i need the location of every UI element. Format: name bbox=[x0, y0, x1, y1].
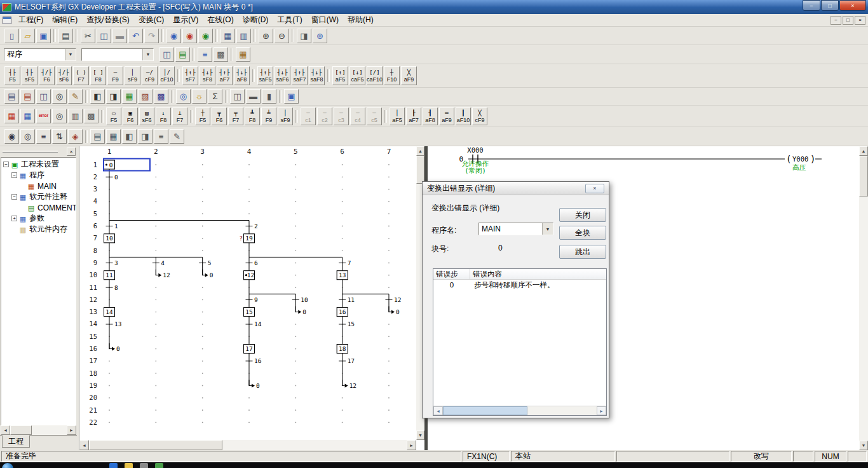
symbol-button-F6[interactable]: ┳F6 bbox=[212, 107, 227, 125]
symbol-button-saF6[interactable]: ┤↓├saF6 bbox=[275, 66, 290, 85]
symbol-button-aF10[interactable]: ┃aF10 bbox=[456, 107, 471, 125]
print-button[interactable]: ▤ bbox=[58, 29, 73, 43]
symbol-button-sF6[interactable]: ┤/├sF6 bbox=[56, 66, 72, 85]
monitor-stop-button[interactable]: ◨ bbox=[106, 89, 121, 104]
save-button[interactable]: ▣ bbox=[36, 29, 51, 43]
ladder-vertical-scrollbar[interactable]: ▲ ▼ bbox=[859, 146, 868, 450]
symbol-button-aF8[interactable]: ┨aF8 bbox=[423, 107, 438, 125]
paste-button[interactable]: ▬ bbox=[112, 29, 127, 43]
symbol-button-F9[interactable]: ─F9 bbox=[107, 66, 123, 85]
program-name-select[interactable]: MAIN ▼ bbox=[478, 223, 553, 235]
symbol-button-cF9[interactable]: ─/cF9 bbox=[142, 66, 158, 85]
all-blocks-button[interactable]: 全块 bbox=[559, 226, 606, 240]
find-contact-coil-button[interactable]: ◈ bbox=[68, 129, 83, 144]
device-test-button[interactable]: ▦ bbox=[122, 89, 137, 104]
minimize-button[interactable]: − bbox=[803, 0, 820, 11]
error-list-hscrollbar[interactable]: ◄ ► bbox=[433, 406, 606, 415]
symbol-button-cF9[interactable]: ╳cF9 bbox=[472, 107, 487, 125]
scroll-up-icon[interactable]: ▲ bbox=[859, 146, 868, 156]
trace-button[interactable]: ▨ bbox=[138, 89, 153, 104]
error-row[interactable]: 0 步号和转移顺序不一样。 bbox=[433, 280, 606, 290]
open-button[interactable]: ▱ bbox=[20, 29, 35, 43]
close-panel-icon[interactable]: × bbox=[67, 148, 76, 156]
project-tree-hscrollbar[interactable]: ◄ ► bbox=[1, 425, 76, 435]
symbol-button-F6[interactable]: ▣F6 bbox=[123, 107, 138, 125]
symbol-button-aF7[interactable]: ┠aF7 bbox=[406, 107, 421, 125]
mdi-minimize-button[interactable]: − bbox=[831, 16, 841, 25]
symbol-button-sF8[interactable]: ┤↓├sF8 bbox=[200, 66, 215, 85]
device-usage-list-button[interactable]: ▦ bbox=[106, 129, 121, 144]
symbol-button-aF7[interactable]: ┤↑├aF7 bbox=[217, 66, 233, 85]
replace-button[interactable]: ⇅ bbox=[52, 129, 67, 144]
tree-item-parameter-folder[interactable]: +▦参数 bbox=[1, 213, 76, 224]
symbol-button-F5[interactable]: ┼F5 bbox=[195, 107, 210, 125]
symbol-button-aF5[interactable]: [↑]aF5 bbox=[332, 66, 348, 85]
brightness-button[interactable]: ☼ bbox=[192, 89, 207, 104]
scroll-right-icon[interactable]: ► bbox=[597, 406, 606, 415]
mdi-restore-button[interactable]: □ bbox=[843, 16, 853, 25]
symbol-button-saF7[interactable]: ┤↑├saF7 bbox=[292, 66, 308, 85]
tree-item-comment-file[interactable]: ▤COMMENT bbox=[1, 202, 76, 213]
menu-item-9[interactable]: 帮助(H) bbox=[343, 13, 378, 27]
symbol-button-sF6[interactable]: ▤sF6 bbox=[139, 107, 154, 125]
find-button[interactable]: ◉ bbox=[4, 129, 19, 144]
comment-display-button[interactable]: ≡ bbox=[198, 47, 212, 62]
window-right-button[interactable]: ◨ bbox=[138, 129, 153, 144]
split-vertical-button[interactable]: ▮ bbox=[262, 89, 276, 104]
expand-icon[interactable]: + bbox=[11, 216, 17, 221]
tree-item-program-main[interactable]: ▦MAIN bbox=[1, 181, 76, 191]
mdi-close-button[interactable]: × bbox=[855, 16, 865, 25]
undo-button[interactable]: ↶ bbox=[128, 29, 143, 43]
copy-button[interactable]: ◫ bbox=[97, 29, 111, 43]
symbol-button-F5[interactable]: ▭F5 bbox=[106, 107, 121, 125]
title-bar[interactable]: MELSOFT系列 GX Developer 工程未设置 - [SFC(写入) … bbox=[0, 0, 868, 14]
symbol-button-F7[interactable]: ( )F7 bbox=[73, 66, 89, 85]
symbol-button-c5[interactable]: ─c5 bbox=[367, 107, 382, 125]
menu-item-0[interactable]: 工程(F) bbox=[14, 13, 48, 27]
scroll-down-icon[interactable]: ▼ bbox=[416, 430, 424, 440]
sampling-button[interactable]: ▩ bbox=[154, 89, 168, 104]
mdi-child-icon[interactable] bbox=[3, 17, 11, 24]
taskbar-explorer-icon[interactable] bbox=[125, 463, 133, 468]
symbol-button-aF9[interactable]: ━aF9 bbox=[439, 107, 454, 125]
symbol-button-c2[interactable]: ─c2 bbox=[317, 107, 332, 125]
data-name-select[interactable]: ▼ bbox=[81, 48, 154, 61]
chevron-down-icon[interactable]: ▼ bbox=[65, 49, 76, 60]
sort-button[interactable]: ▩ bbox=[84, 109, 98, 123]
redo-button[interactable]: ↷ bbox=[144, 29, 159, 43]
symbol-button-sF9[interactable]: │sF9 bbox=[278, 107, 293, 125]
menu-item-8[interactable]: 窗口(W) bbox=[307, 13, 343, 27]
cross-reference-button[interactable]: ▤ bbox=[90, 129, 105, 144]
sfc-horizontal-scrollbar[interactable]: ◄ ► bbox=[79, 440, 416, 450]
new-button[interactable]: ▯ bbox=[4, 29, 19, 43]
symbol-button-F6[interactable]: ┤/├F6 bbox=[39, 66, 55, 85]
error-list[interactable]: 错误步 错误内容 0 步号和转移顺序不一样。 ◄ ► bbox=[433, 268, 607, 416]
symbol-button-sF7[interactable]: ┤↑├sF7 bbox=[182, 66, 198, 85]
symbol-button-c1[interactable]: ─c1 bbox=[301, 107, 316, 125]
tree-item-program-folder[interactable]: −▦程序 bbox=[1, 170, 76, 181]
taskbar-gx-icon[interactable] bbox=[155, 463, 163, 468]
scroll-down-icon[interactable]: ▼ bbox=[859, 441, 868, 450]
symbol-button-aF8[interactable]: ┤↓├aF8 bbox=[234, 66, 250, 85]
block-information-button[interactable]: ▥ bbox=[68, 109, 83, 123]
symbol-button-aF9[interactable]: ╳aF9 bbox=[401, 66, 417, 85]
statement-display-button[interactable]: ▩ bbox=[214, 47, 228, 62]
symbol-button-F8[interactable]: [ ]F8 bbox=[90, 66, 106, 85]
symbol-button-F7[interactable]: ⊥F7 bbox=[172, 107, 187, 125]
statement-view-button[interactable]: ▤ bbox=[20, 89, 35, 104]
tree-item-device-comment-folder[interactable]: −▦软元件注释 bbox=[1, 191, 76, 202]
tile-windows-button[interactable]: ◫ bbox=[230, 89, 245, 104]
options-button[interactable]: ▣ bbox=[284, 89, 299, 104]
collapse-icon[interactable]: − bbox=[11, 172, 17, 178]
zoom-out-button[interactable]: ⊖ bbox=[275, 29, 289, 43]
taskbar-browser-icon[interactable] bbox=[109, 463, 118, 468]
project-tab[interactable]: 工程 bbox=[2, 435, 30, 448]
jump-button[interactable]: 跳出 bbox=[559, 245, 606, 259]
menu-item-2[interactable]: 查找/替换(S) bbox=[82, 13, 133, 27]
scroll-left-icon[interactable]: ◄ bbox=[79, 440, 89, 450]
device-find-button[interactable]: ◎ bbox=[52, 89, 67, 104]
symbol-button-caF5[interactable]: [↓]caF5 bbox=[349, 66, 365, 85]
dialog-title-bar[interactable]: 变换出错显示 (详细) × bbox=[423, 182, 609, 195]
ladder-monitor-button[interactable]: ▦ bbox=[220, 29, 235, 43]
close-button[interactable]: × bbox=[839, 0, 866, 11]
